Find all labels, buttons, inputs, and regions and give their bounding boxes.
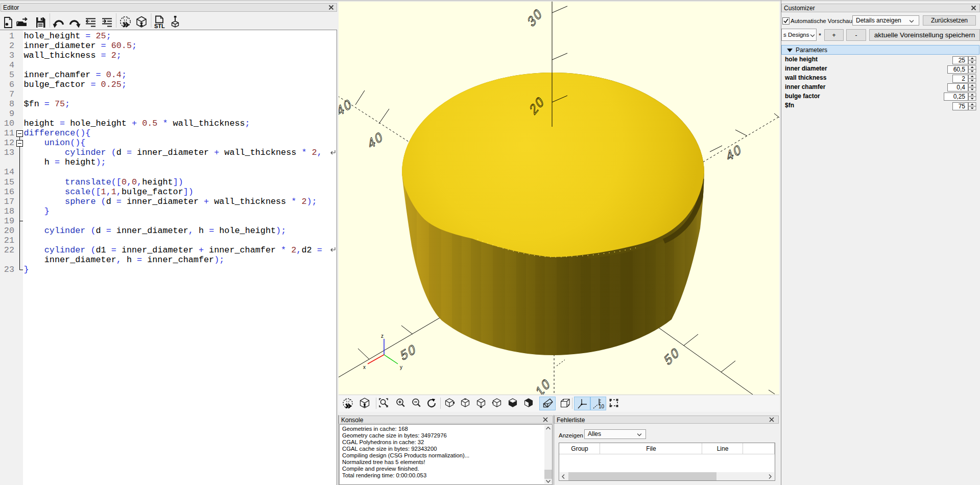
svg-text:x: x [363, 364, 366, 370]
svg-text:y: y [400, 364, 402, 370]
svg-text:STL: STL [154, 23, 165, 29]
svg-text:z: z [381, 333, 384, 339]
svg-text:10: 10 [599, 404, 605, 409]
